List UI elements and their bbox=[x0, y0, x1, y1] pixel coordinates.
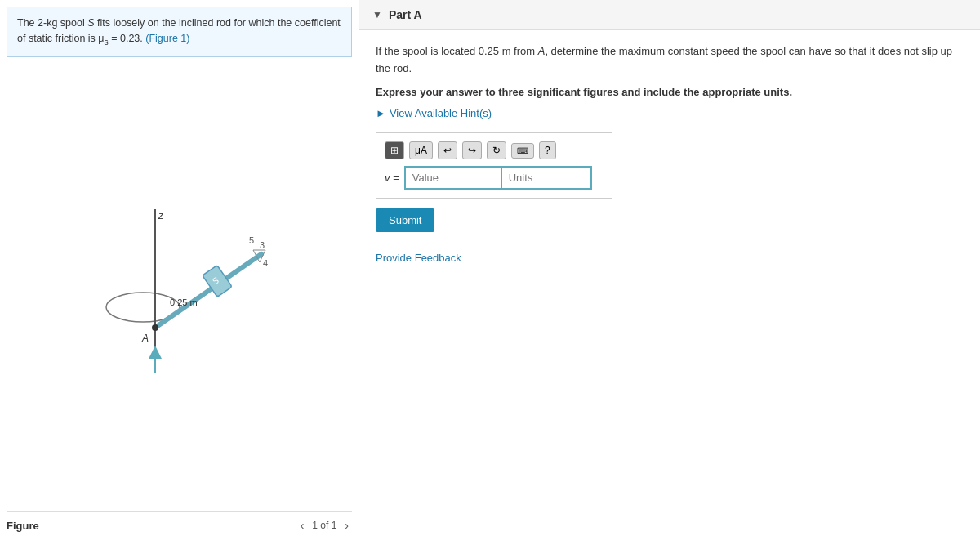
submit-button[interactable]: Submit bbox=[376, 208, 434, 232]
problem-text: The 2-kg spool S fits loosely on the inc… bbox=[17, 17, 341, 44]
undo-button[interactable]: ↩ bbox=[438, 141, 457, 159]
units-input[interactable] bbox=[502, 166, 592, 190]
hint-label: View Available Hint(s) bbox=[390, 107, 492, 119]
figure-diagram: z S A 0.25 m bbox=[57, 201, 302, 381]
hint-arrow-icon: ► bbox=[376, 107, 386, 119]
undo-icon: ↩ bbox=[443, 145, 452, 156]
figure-header: Figure ‹ 1 of 1 › bbox=[7, 511, 352, 538]
svg-text:A: A bbox=[141, 333, 149, 344]
help-button[interactable]: ? bbox=[539, 141, 556, 159]
keyboard-button[interactable]: ⌨ bbox=[511, 143, 534, 159]
figure-count: 1 of 1 bbox=[312, 520, 336, 531]
figure-canvas: z S A 0.25 m bbox=[7, 70, 352, 511]
part-toggle-icon[interactable]: ▼ bbox=[372, 9, 382, 20]
left-panel: The 2-kg spool S fits loosely on the inc… bbox=[0, 0, 359, 545]
variable-label: v = bbox=[385, 172, 399, 184]
redo-button[interactable]: ↪ bbox=[462, 141, 482, 159]
matrix-icon: ⊞ bbox=[390, 145, 399, 156]
refresh-button[interactable]: ↻ bbox=[487, 141, 506, 159]
svg-point-6 bbox=[152, 324, 158, 331]
matrix-button[interactable]: ⊞ bbox=[385, 141, 404, 159]
svg-text:5: 5 bbox=[249, 235, 254, 245]
problem-statement: The 2-kg spool S fits loosely on the inc… bbox=[7, 7, 352, 57]
figure-navigation: ‹ 1 of 1 › bbox=[297, 517, 352, 534]
mu-button[interactable]: μA bbox=[409, 141, 433, 159]
figure-title: Figure bbox=[7, 520, 39, 532]
refresh-icon: ↻ bbox=[492, 145, 501, 156]
svg-text:4: 4 bbox=[263, 258, 268, 268]
hint-link[interactable]: ► View Available Hint(s) bbox=[376, 107, 964, 119]
redo-icon: ↪ bbox=[468, 145, 476, 156]
part-label: Part A bbox=[389, 8, 422, 21]
svg-line-3 bbox=[155, 254, 261, 328]
feedback-link[interactable]: Provide Feedback bbox=[376, 252, 964, 264]
instruction-text: Express your answer to three significant… bbox=[376, 84, 964, 101]
svg-text:0.25 m: 0.25 m bbox=[170, 297, 198, 307]
input-row: v = bbox=[385, 166, 604, 190]
toolbar: ⊞ μA ↩ ↪ ↻ ⌨ ? bbox=[385, 141, 604, 159]
prev-figure-button[interactable]: ‹ bbox=[297, 517, 308, 534]
keyboard-icon: ⌨ bbox=[517, 146, 528, 155]
figure-ref-link[interactable]: (Figure 1) bbox=[145, 33, 189, 44]
figure-section: z S A 0.25 m bbox=[0, 64, 359, 545]
svg-text:z: z bbox=[158, 210, 164, 221]
figure-svg: z S A 0.25 m bbox=[57, 201, 302, 381]
part-header: ▼ Part A bbox=[359, 0, 980, 30]
right-panel: ▼ Part A If the spool is located 0.25 m … bbox=[359, 0, 980, 545]
next-figure-button[interactable]: › bbox=[341, 517, 352, 534]
mu-icon: μA bbox=[415, 145, 427, 156]
part-content: If the spool is located 0.25 m from A, d… bbox=[359, 30, 980, 277]
value-input[interactable] bbox=[404, 166, 502, 190]
answer-box: ⊞ μA ↩ ↪ ↻ ⌨ ? bbox=[376, 132, 612, 199]
help-icon: ? bbox=[545, 145, 550, 156]
question-text: If the spool is located 0.25 m from A, d… bbox=[376, 43, 964, 78]
svg-text:3: 3 bbox=[260, 240, 265, 250]
